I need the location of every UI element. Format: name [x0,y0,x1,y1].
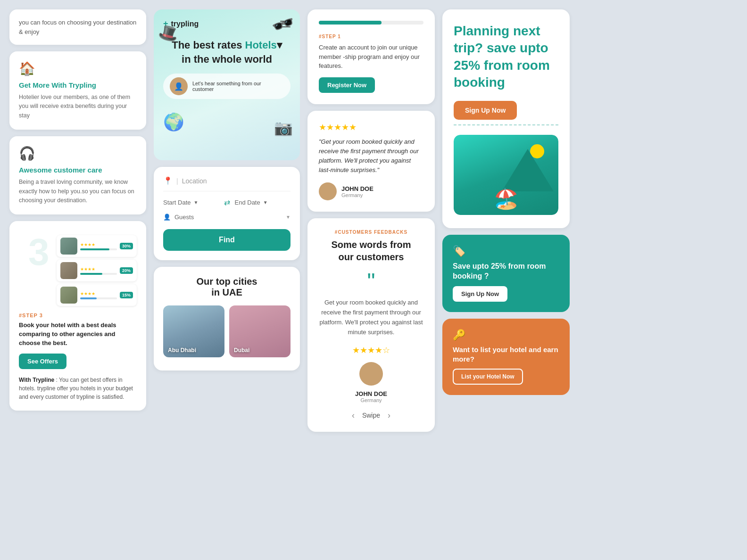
beach-illustration: 🏖️ [454,135,558,215]
home-icon: 🏠 [19,61,137,76]
sign-up-now-save-button[interactable]: Sign Up Now [453,286,507,302]
swipe-left-arrow[interactable]: ‹ [352,411,355,420]
location-pin-icon: 📍 [163,176,173,185]
hero-card: + trypling 🕶️ 🎩 🌍 📷 The best rates Hotel… [154,9,300,160]
city-label-abudhabi: Abu Dhabi [168,347,196,354]
camera-icon: 📷 [274,119,293,137]
review-quote: "Get your room booked quickly and receiv… [319,137,423,175]
swipe-row: ‹ Swipe › [319,411,423,420]
feature-hotels-card: 🏠 Get More With Trypling Hotelier love o… [9,51,146,130]
list-text: Want to list your hotel and earn more? [453,345,559,364]
start-date-btn[interactable]: Start Date ▼ [163,199,219,206]
cities-grid: Abu Dhabi Dubai [163,305,290,357]
find-button[interactable]: Find [163,229,290,251]
hotel-badge-2: 20% [120,267,133,274]
hotel-info-3: ★★★★ [80,291,117,299]
mountain-shape [502,149,554,191]
step1-desc: Create an account to join our unique mem… [319,43,423,71]
feedback-author-name: JOHN DOE [319,390,423,397]
feedback-tag: #CUSTOMERS FEEDBACKS [319,230,423,235]
save-icon: 🏷️ [453,245,559,257]
dashed-divider [454,124,558,125]
review-author-country: Germany [341,192,374,198]
testimonial-avatar: 👤 [170,77,188,95]
register-now-button[interactable]: Register Now [319,77,375,93]
save-card: 🏷️ Save upto 25% from room booking ? Sig… [442,235,570,312]
bottom-offers-column: 🏷️ Save upto 25% from room booking ? Sig… [442,235,570,395]
feature-care-card: 🎧 Awesome customer care Being a travel l… [9,136,146,214]
review-stars: ★★★★★ [319,122,423,132]
progress-fill [319,21,382,25]
step3-card: 3 ★★★★ 30% ★★★★ [9,221,146,411]
feedback-quote-text: Get your room booked quickly and receive… [319,298,423,337]
review-author: JOHN DOE Germany [319,182,423,200]
intro-text: you can focus on choosing your destinati… [19,18,137,36]
hotel-item-2: ★★★★ 20% [57,260,137,281]
hotel-badge-1: 30% [120,243,133,249]
promo-card: Planning next trip? save upto 25% from r… [442,9,570,228]
feature2-desc: Being a travel loving community, we know… [19,178,137,205]
feedback-title: Some words from our customers [319,239,423,263]
step3-desc: Book your hotel with a best deals compar… [19,321,137,348]
city-card-dubai[interactable]: Dubai [229,305,290,357]
globe-icon: 🌍 [163,112,184,132]
location-placeholder[interactable]: Location [182,177,207,185]
list-card: 🔑 Want to list your hotel and earn more?… [442,319,570,395]
hotel-badge-3: 15% [120,292,133,298]
step3-footnote: With Trypline : You can get best offers … [19,376,137,401]
cities-card: Our top cities in UAE Abu Dhabi Dubai [154,267,300,371]
feature1-title: Get More With Trypling [19,81,137,89]
search-card: 📍 | Location Start Date ▼ ⇄ End Date ▼ 👤 [154,167,300,260]
guests-dropdown-icon[interactable]: ▼ [286,214,290,220]
review-avatar [319,182,337,200]
sign-up-now-button[interactable]: Sign Up Now [454,101,517,120]
feature2-title: Awesome customer care [19,166,137,174]
end-date-btn[interactable]: End Date ▼ [235,199,291,206]
hotel-img-2 [60,262,77,279]
hotel-info-2: ★★★★ [80,267,117,275]
review-card: ★★★★★ "Get your room booked quickly and … [307,111,435,212]
step3-label: #STEP 3 [19,313,137,318]
hotel-info-1: ★★★★ [80,242,117,250]
hotel-item-1: ★★★★ 30% [57,235,137,257]
promo-title: Planning next trip? save upto 25% from r… [454,23,558,91]
hotel-item-3: ★★★★ 15% [57,284,137,306]
hotel-img-1 [60,238,77,255]
progress-bar [319,21,423,25]
hotel-stars-3: ★★★★ [80,291,117,296]
hotel-list-mock: ★★★★ 30% ★★★★ 20% [57,235,137,309]
headphones-icon: 🎧 [19,146,137,161]
feedback-stars: ★★★★☆ [319,345,423,355]
swipe-right-arrow[interactable]: › [388,411,390,420]
search-location-row: 📍 | Location [163,176,290,191]
city-card-abudhabi[interactable]: Abu Dhabi [163,305,224,357]
feature1-desc: Hotelier love our members, as one of the… [19,93,137,120]
sunglasses-icon: 🕶️ [268,10,298,39]
city-label-dubai: Dubai [234,347,249,354]
step1-card: #STEP 1 Create an account to join our un… [307,9,435,104]
feedback-avatar [359,362,383,386]
date-row: Start Date ▼ ⇄ End Date ▼ [163,198,290,207]
guests-row: 👤 Guests ▼ [163,214,290,221]
swipe-label[interactable]: Swipe [362,412,380,419]
feedback-author-country: Germany [319,397,423,403]
list-hotel-button[interactable]: List your Hotel Now [453,369,523,385]
guests-label[interactable]: Guests [174,214,194,221]
hotel-stars-1: ★★★★ [80,242,117,247]
review-author-info: JOHN DOE Germany [341,185,374,198]
big-quote-icon: " [319,272,423,290]
cities-title: Our top cities in UAE [163,276,290,298]
person-on-beach-icon: 🏖️ [494,187,518,210]
hero-testimonial: 👤 Let's hear something from our customer [163,74,290,99]
step-number-3: 3 [28,231,50,274]
person-icon: 👤 [163,214,171,221]
step1-label: #STEP 1 [319,34,423,39]
swap-dates-icon[interactable]: ⇄ [224,198,230,207]
save-text: Save upto 25% from room booking ? [453,261,559,281]
intro-card: you can focus on choosing your destinati… [9,9,146,45]
feedback-card: #CUSTOMERS FEEDBACKS Some words from our… [307,218,435,432]
see-offers-button[interactable]: See Offers [19,354,66,369]
guests-left: 👤 Guests [163,214,194,221]
beach-bg: 🏖️ [454,135,558,215]
hero-headline: The best rates Hotels▾ in the whole worl… [163,38,290,66]
